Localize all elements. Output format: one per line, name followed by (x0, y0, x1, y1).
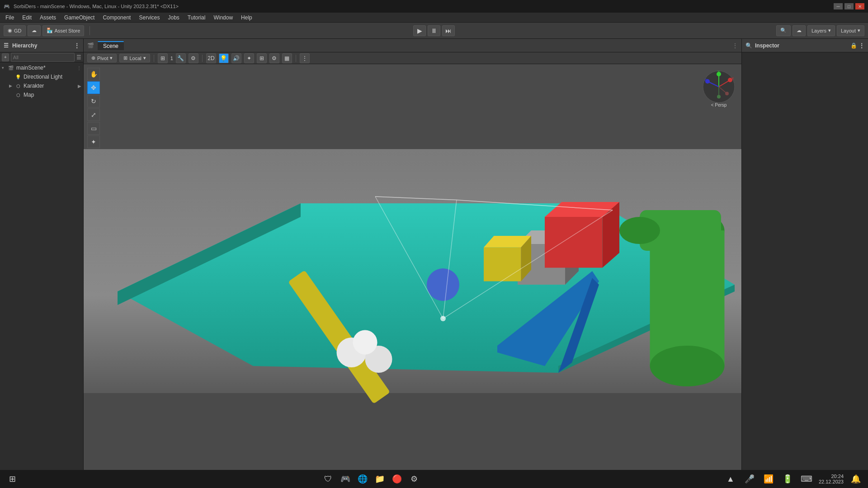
ctrl-sep-1 (154, 55, 154, 62)
svg-point-10 (619, 217, 660, 244)
account-button[interactable]: ◉ GD (4, 25, 26, 36)
hierarchy-item-karakter[interactable]: ▶ ⬡ Karakter ▶ (0, 81, 83, 90)
close-button[interactable]: ✕ (855, 3, 864, 9)
rotate-tool[interactable]: ↻ (87, 95, 100, 108)
menu-window[interactable]: Window (210, 14, 236, 22)
mic-icon[interactable]: 🎤 (743, 472, 756, 486)
map-object-icon: ⬡ (14, 91, 22, 99)
main-area: ☰ Hierarchy ⋮ + ☰ ▾ 🎬 mainScene* ⋮ 💡 Dir… (0, 39, 868, 478)
menu-file[interactable]: File (2, 14, 18, 22)
menu-gameobject[interactable]: GameObject (61, 14, 98, 22)
menubar: File Edit Assets GameObject Component Se… (0, 13, 868, 23)
audio-button[interactable]: 🔊 (231, 53, 241, 63)
menu-help[interactable]: Help (237, 14, 256, 22)
hierarchy-search[interactable] (11, 53, 75, 62)
lighting-button[interactable]: 💡 (219, 53, 229, 63)
snap-button[interactable]: 🔧 (176, 53, 186, 63)
taskbar-settings-icon[interactable]: ⚙ (407, 472, 421, 486)
mainscene-menu[interactable]: ⋮ (77, 66, 81, 70)
svg-text:Z: Z (704, 78, 707, 82)
karakter-options[interactable]: ▶ (78, 84, 81, 89)
local-arrow: ▾ (143, 55, 146, 61)
minimize-button[interactable]: ─ (834, 3, 843, 9)
2d-button[interactable]: 2D (206, 53, 216, 63)
taskbar-folder-icon[interactable]: 📁 (373, 472, 387, 486)
hierarchy-menu-icon[interactable]: ⋮ (74, 42, 80, 49)
toolbar: ◉ GD ☁ 🏪 Asset Store ▶ ⏸ ⏭ 🔍 ☁ Layers ▾ … (0, 23, 868, 39)
svg-rect-18 (545, 217, 603, 268)
menu-services[interactable]: Services (135, 14, 163, 22)
transform-tool[interactable]: ✦ (87, 136, 100, 148)
hierarchy-item-map[interactable]: ⬡ Map (0, 90, 83, 99)
search-button[interactable]: 🔍 (776, 25, 791, 36)
light-icon: 💡 (14, 73, 22, 80)
fx-button[interactable]: ✦ (244, 53, 254, 63)
asset-store-icon: 🏪 (47, 28, 53, 33)
inspector-menu-icon[interactable]: ⋮ (859, 42, 864, 49)
titlebar-controls: ─ □ ✕ (834, 3, 864, 9)
hierarchy-add-button[interactable]: + (2, 53, 9, 61)
chevron-down-icon-2: ▾ (858, 28, 860, 33)
render-mode-button[interactable]: ▦ (282, 53, 292, 63)
more-options-button[interactable]: ⋮ (300, 53, 310, 63)
scene-view[interactable]: ✋ ✥ ↻ ⤢ ▭ ✦ (84, 64, 741, 478)
layers-button[interactable]: Layers ▾ (807, 25, 835, 36)
menu-component[interactable]: Component (99, 14, 134, 22)
inspector-panel: 🔍 Inspector 🔒 ⋮ (741, 39, 868, 478)
grid-number: 1 (170, 56, 173, 61)
play-button[interactable]: ▶ (413, 25, 426, 36)
start-button[interactable]: ⊞ (5, 472, 19, 486)
step-button[interactable]: ⏭ (442, 25, 455, 36)
inspector-content (742, 52, 868, 478)
grid-button[interactable]: ⊞ (158, 53, 168, 63)
taskbar-unity-icon[interactable]: 🛡 (321, 472, 335, 486)
hierarchy-header: ☰ Hierarchy ⋮ (0, 39, 83, 52)
menu-edit[interactable]: Edit (19, 14, 35, 22)
hierarchy-filter-icon[interactable]: ☰ (76, 54, 81, 61)
wifi-icon[interactable]: 📶 (762, 472, 775, 486)
hierarchy-item-mainscene[interactable]: ▾ 🎬 mainScene* ⋮ (0, 63, 83, 72)
move-tool[interactable]: ✥ (87, 81, 100, 94)
toolbar-center: ▶ ⏸ ⏭ (95, 25, 773, 36)
taskbar-left: ⊞ (5, 472, 19, 486)
svg-point-41 (717, 95, 721, 99)
keyboard-icon[interactable]: ⌨ (800, 472, 813, 486)
scene-more-icon[interactable]: ⋮ (732, 42, 738, 49)
svg-text:Y: Y (717, 70, 720, 74)
pivot-button[interactable]: ⊕ Pivot ▾ (87, 54, 117, 62)
notification-icon[interactable]: 🔔 (849, 472, 863, 486)
hierarchy-item-directionallight[interactable]: 💡 Directional Light (0, 72, 83, 81)
taskbar-gear-icon[interactable]: 🎮 (339, 472, 352, 486)
hierarchy-title: Hierarchy (12, 42, 37, 49)
cloud-button[interactable]: ☁ (28, 25, 41, 36)
hierarchy-panel: ☰ Hierarchy ⋮ + ☰ ▾ 🎬 mainScene* ⋮ 💡 Dir… (0, 39, 84, 478)
gizmo-widget[interactable]: X Y Z < Persp (701, 69, 737, 105)
taskbar-app1-icon[interactable]: 🔴 (390, 472, 404, 486)
gizmos-button[interactable]: ⚙ (269, 53, 279, 63)
collab-button[interactable]: ☁ (793, 25, 806, 36)
pause-button[interactable]: ⏸ (428, 25, 440, 36)
inspector-lock-icon[interactable]: 🔒 (850, 42, 857, 49)
hand-tool[interactable]: ✋ (87, 68, 100, 80)
tab-scene[interactable]: Scene (98, 41, 124, 50)
taskbar-up-arrow-icon[interactable]: ▲ (724, 472, 737, 486)
scene-options-button[interactable]: ⊞ (257, 53, 267, 63)
menu-assets[interactable]: Assets (36, 14, 60, 22)
snap-settings-button[interactable]: ⚙ (189, 53, 198, 63)
scale-tool[interactable]: ⤢ (87, 108, 100, 121)
asset-store-button[interactable]: 🏪 Asset Store (42, 25, 85, 36)
taskbar-right: ▲ 🎤 📶 🔋 ⌨ 20:24 22.12.2023 🔔 (724, 472, 863, 486)
scene-container: 🎬 Scene ⋮ ⊕ Pivot ▾ ⊞ Local ▾ ⊞ 1 🔧 ⚙ 2D… (84, 39, 741, 478)
map-label: Map (24, 92, 34, 98)
battery-icon[interactable]: 🔋 (781, 472, 794, 486)
menu-tutorial[interactable]: Tutorial (184, 14, 209, 22)
object-icon: ⬡ (14, 82, 22, 89)
taskbar-browser-icon[interactable]: 🌐 (356, 472, 369, 486)
layout-button[interactable]: Layout ▾ (837, 25, 864, 36)
restore-button[interactable]: □ (844, 3, 854, 9)
menu-jobs[interactable]: Jobs (164, 14, 183, 22)
rect-tool[interactable]: ▭ (87, 122, 100, 135)
ctrl-sep-3 (296, 55, 296, 62)
clock-time: 20:24 (831, 474, 844, 479)
local-button[interactable]: ⊞ Local ▾ (119, 54, 150, 62)
